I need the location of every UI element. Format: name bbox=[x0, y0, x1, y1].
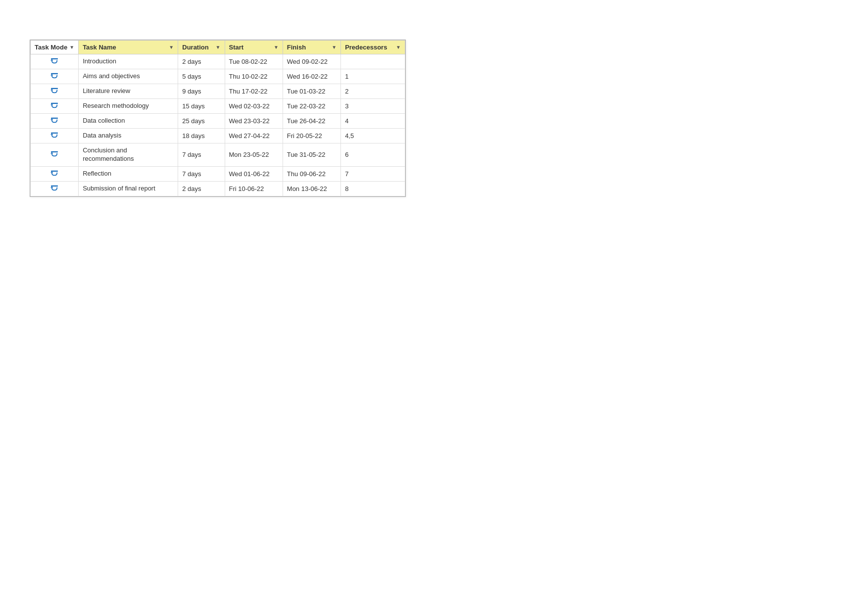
predecessors-dropdown-icon[interactable]: ▼ bbox=[396, 45, 401, 50]
predecessors-cell[interactable]: 4,5 bbox=[341, 129, 405, 143]
start-cell[interactable]: Tue 08-02-22 bbox=[225, 54, 283, 69]
task-name-label: Task Name bbox=[83, 44, 116, 51]
predecessors-cell[interactable]: 3 bbox=[341, 99, 405, 114]
task-name-cell[interactable]: Data analysis bbox=[79, 129, 178, 143]
finish-cell[interactable]: Tue 26-04-22 bbox=[283, 114, 340, 129]
task-mode-dropdown-icon[interactable]: ▼ bbox=[69, 45, 74, 50]
start-cell[interactable]: Wed 02-03-22 bbox=[225, 99, 283, 114]
start-label: Start bbox=[229, 44, 244, 51]
finish-cell[interactable]: Wed 09-02-22 bbox=[283, 54, 340, 69]
finish-cell[interactable]: Tue 31-05-22 bbox=[283, 143, 340, 167]
task-name-cell[interactable]: Introduction bbox=[79, 54, 178, 69]
header-start[interactable]: Start ▼ bbox=[225, 41, 283, 54]
task-mode-cell bbox=[31, 69, 79, 84]
start-dropdown-icon[interactable]: ▼ bbox=[274, 45, 279, 50]
predecessors-cell[interactable]: 7 bbox=[341, 166, 405, 181]
start-cell[interactable]: Wed 23-03-22 bbox=[225, 114, 283, 129]
duration-cell[interactable]: 2 days bbox=[178, 181, 225, 196]
task-mode-cell bbox=[31, 114, 79, 129]
task-name-cell[interactable]: Data collection bbox=[79, 114, 178, 129]
table-row[interactable]: Data analysis18 daysWed 27-04-22Fri 20-0… bbox=[31, 129, 405, 143]
duration-label: Duration bbox=[182, 44, 208, 51]
svg-rect-8 bbox=[51, 186, 58, 187]
table-row[interactable]: Literature review9 daysThu 17-02-22Tue 0… bbox=[31, 84, 405, 99]
header-duration[interactable]: Duration ▼ bbox=[178, 41, 225, 54]
task-name-value: Literature review bbox=[83, 87, 130, 94]
task-mode-cell bbox=[31, 143, 79, 167]
duration-cell[interactable]: 9 days bbox=[178, 84, 225, 99]
start-cell[interactable]: Thu 17-02-22 bbox=[225, 84, 283, 99]
duration-dropdown-icon[interactable]: ▼ bbox=[216, 45, 221, 50]
start-cell[interactable]: Wed 27-04-22 bbox=[225, 129, 283, 143]
duration-cell[interactable]: 25 days bbox=[178, 114, 225, 129]
finish-cell[interactable]: Tue 01-03-22 bbox=[283, 84, 340, 99]
predecessors-cell[interactable] bbox=[341, 54, 405, 69]
task-name-dropdown-icon[interactable]: ▼ bbox=[169, 45, 174, 50]
duration-cell[interactable]: 7 days bbox=[178, 143, 225, 167]
task-mode-icon bbox=[50, 185, 59, 193]
predecessors-label: Predecessors bbox=[345, 44, 387, 51]
task-name-cell[interactable]: Literature review bbox=[79, 84, 178, 99]
task-mode-icon bbox=[50, 170, 59, 178]
task-name-value: Data collection bbox=[83, 117, 125, 124]
table-row[interactable]: Reflection7 daysWed 01-06-22Thu 09-06-22… bbox=[31, 166, 405, 181]
predecessors-cell[interactable]: 4 bbox=[341, 114, 405, 129]
start-cell[interactable]: Thu 10-02-22 bbox=[225, 69, 283, 84]
header-task-mode[interactable]: Task Mode ▼ bbox=[31, 41, 79, 54]
task-mode-cell bbox=[31, 166, 79, 181]
duration-cell[interactable]: 15 days bbox=[178, 99, 225, 114]
duration-cell[interactable]: 5 days bbox=[178, 69, 225, 84]
task-mode-cell bbox=[31, 54, 79, 69]
duration-cell[interactable]: 18 days bbox=[178, 129, 225, 143]
task-mode-icon bbox=[50, 132, 59, 140]
task-name-value: Reflection bbox=[83, 170, 111, 177]
task-name-cell[interactable]: Submission of final report bbox=[79, 181, 178, 196]
task-mode-label: Task Mode bbox=[35, 44, 67, 51]
table-row[interactable]: Conclusion and recommendations7 daysMon … bbox=[31, 143, 405, 167]
task-name-cell[interactable]: Reflection bbox=[79, 166, 178, 181]
svg-rect-7 bbox=[51, 171, 58, 172]
table-row[interactable]: Introduction2 daysTue 08-02-22Wed 09-02-… bbox=[31, 54, 405, 69]
finish-cell[interactable]: Wed 16-02-22 bbox=[283, 69, 340, 84]
task-mode-icon bbox=[50, 72, 59, 81]
task-name-value: Research methodology bbox=[83, 102, 149, 109]
start-cell[interactable]: Fri 10-06-22 bbox=[225, 181, 283, 196]
predecessors-cell[interactable]: 1 bbox=[341, 69, 405, 84]
task-name-cell[interactable]: Conclusion and recommendations bbox=[79, 143, 178, 167]
table-row[interactable]: Data collection25 daysWed 23-03-22Tue 26… bbox=[31, 114, 405, 129]
predecessors-cell[interactable]: 2 bbox=[341, 84, 405, 99]
finish-cell[interactable]: Mon 13-06-22 bbox=[283, 181, 340, 196]
task-name-value: Data analysis bbox=[83, 132, 121, 139]
svg-rect-5 bbox=[51, 133, 58, 134]
task-mode-icon bbox=[50, 102, 59, 110]
duration-cell[interactable]: 2 days bbox=[178, 54, 225, 69]
start-cell[interactable]: Wed 01-06-22 bbox=[225, 166, 283, 181]
task-name-value: Conclusion and recommendations bbox=[83, 146, 134, 162]
header-predecessors[interactable]: Predecessors ▼ bbox=[341, 41, 405, 54]
task-name-cell[interactable]: Aims and objectives bbox=[79, 69, 178, 84]
task-mode-cell bbox=[31, 99, 79, 114]
finish-dropdown-icon[interactable]: ▼ bbox=[332, 45, 337, 50]
svg-rect-2 bbox=[51, 88, 58, 89]
header-task-name[interactable]: Task Name ▼ bbox=[79, 41, 178, 54]
svg-rect-3 bbox=[51, 103, 58, 104]
start-cell[interactable]: Mon 23-05-22 bbox=[225, 143, 283, 167]
finish-cell[interactable]: Tue 22-03-22 bbox=[283, 99, 340, 114]
task-name-value: Aims and objectives bbox=[83, 72, 140, 80]
table-row[interactable]: Research methodology15 daysWed 02-03-22T… bbox=[31, 99, 405, 114]
table-row[interactable]: Aims and objectives5 daysThu 10-02-22Wed… bbox=[31, 69, 405, 84]
finish-cell[interactable]: Fri 20-05-22 bbox=[283, 129, 340, 143]
finish-cell[interactable]: Thu 09-06-22 bbox=[283, 166, 340, 181]
duration-cell[interactable]: 7 days bbox=[178, 166, 225, 181]
task-mode-icon bbox=[50, 87, 59, 95]
task-mode-icon bbox=[50, 150, 59, 159]
task-mode-cell bbox=[31, 84, 79, 99]
predecessors-cell[interactable]: 6 bbox=[341, 143, 405, 167]
predecessors-cell[interactable]: 8 bbox=[341, 181, 405, 196]
svg-rect-6 bbox=[51, 151, 58, 152]
header-finish[interactable]: Finish ▼ bbox=[283, 41, 340, 54]
table-row[interactable]: Submission of final report2 daysFri 10-0… bbox=[31, 181, 405, 196]
task-name-value: Introduction bbox=[83, 57, 116, 65]
task-name-cell[interactable]: Research methodology bbox=[79, 99, 178, 114]
task-name-value: Submission of final report bbox=[83, 185, 155, 192]
